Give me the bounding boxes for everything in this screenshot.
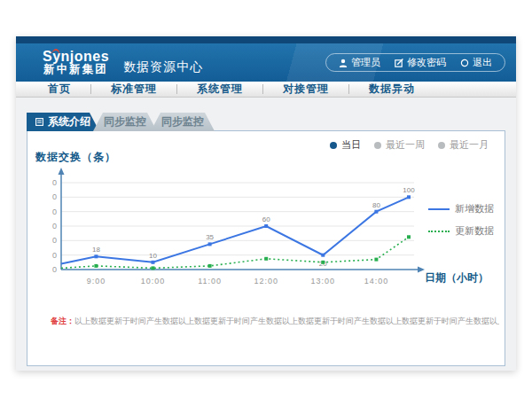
chart-legend: 新增数据 更新数据 [428, 202, 496, 246]
x-axis-title: 日期（小时） [425, 270, 489, 286]
user-toolbar: 管理员 修改密码 退出 [325, 53, 505, 72]
nav-item-standard-mgmt[interactable]: 标准管理 [91, 82, 176, 97]
svg-text:35: 35 [206, 233, 214, 241]
logout-label: 退出 [473, 56, 492, 69]
nav-item-system-mgmt[interactable]: 系统管理 [177, 82, 262, 97]
svg-text:60: 60 [52, 222, 57, 231]
content-area: 系统介绍 同步监控 同步监控 当日 最近一周 [16, 98, 516, 366]
footnote-text: 以上数据更新于时间产生数据以上数据更新于时间产生数据以上数据更新于时间产生数据以… [74, 317, 499, 325]
line-chart: 0204060801001209:0010:0011:0012:0013:001… [52, 165, 425, 298]
user-icon [339, 59, 348, 67]
power-icon [460, 59, 469, 67]
filter-label: 最近一月 [450, 138, 489, 152]
filter-today-radio[interactable]: 当日 [330, 138, 361, 152]
svg-text:40: 40 [52, 236, 57, 245]
svg-text:9:00: 9:00 [87, 277, 106, 286]
nav-item-interface-mgmt[interactable]: 对接管理 [263, 82, 348, 97]
footnote-prefix: 备注： [51, 317, 74, 325]
radio-dot-icon [330, 142, 337, 149]
filter-last-week-radio[interactable]: 最近一周 [374, 138, 425, 152]
header-top-strip [16, 36, 516, 43]
change-password-label: 修改密码 [407, 56, 446, 69]
svg-text:80: 80 [372, 201, 380, 209]
y-axis-title: 数据交换（条） [35, 150, 116, 165]
svg-text:18: 18 [92, 246, 100, 254]
svg-text:12:00: 12:00 [254, 277, 278, 286]
svg-text:14:00: 14:00 [364, 277, 389, 286]
svg-text:10: 10 [149, 252, 157, 260]
svg-text:120: 120 [52, 178, 57, 187]
tab-label: 同步监控 [104, 114, 146, 129]
logout-button[interactable]: 退出 [460, 56, 492, 69]
time-range-filters: 当日 最近一周 最近一月 [330, 138, 489, 152]
admin-user-button[interactable]: 管理员 [339, 56, 380, 69]
svg-text:100: 100 [52, 192, 57, 201]
nav-item-home[interactable]: 首页 [28, 82, 90, 97]
footnote: 备注：以上数据更新于时间产生数据以上数据更新于时间产生数据以上数据更新于时间产生… [51, 316, 499, 327]
nav-item-data-change[interactable]: 数据异动 [349, 82, 434, 97]
document-icon [35, 118, 43, 126]
dotted-line-sample-icon [428, 231, 450, 232]
filter-label: 当日 [341, 138, 361, 152]
tab-system-intro[interactable]: 系统介绍 [27, 113, 99, 131]
legend-label: 更新数据 [455, 224, 494, 238]
svg-text:11:00: 11:00 [198, 277, 222, 286]
legend-label: 新增数据 [455, 202, 494, 215]
tab-bar: 系统介绍 同步监控 同步监控 [27, 113, 505, 131]
legend-entry-new-data: 新增数据 [428, 202, 496, 215]
solid-line-sample-icon [428, 208, 450, 210]
edit-icon [395, 59, 403, 67]
svg-text:60: 60 [262, 215, 270, 223]
app-window: Synjones 新中新集团 数据资源中心 管理员 修改密码 [16, 36, 516, 371]
filter-label: 最近一周 [386, 138, 425, 152]
svg-text:100: 100 [403, 186, 415, 194]
legend-entry-updated-data: 更新数据 [428, 224, 496, 238]
filter-last-month-radio[interactable]: 最近一月 [438, 138, 489, 152]
tab-label: 系统介绍 [48, 114, 90, 129]
radio-dot-icon [374, 142, 381, 149]
main-nav: 首页 标准管理 系统管理 对接管理 数据异动 [16, 82, 516, 98]
tab-sync-monitor-1[interactable]: 同步监控 [93, 113, 157, 131]
chart-panel: 当日 最近一周 最近一月 数据交换（条） 0204060801001209:00… [27, 130, 505, 366]
admin-label: 管理员 [351, 56, 380, 69]
logo-text-cn: 新中新集团 [43, 64, 109, 76]
app-header: Synjones 新中新集团 数据资源中心 管理员 修改密码 [16, 43, 516, 82]
tab-sync-monitor-2[interactable]: 同步监控 [151, 113, 215, 131]
radio-dot-icon [438, 142, 445, 149]
company-logo: Synjones 新中新集团 [43, 49, 109, 76]
svg-text:0: 0 [52, 265, 57, 274]
svg-text:13:00: 13:00 [311, 277, 336, 286]
svg-text:10:00: 10:00 [141, 277, 166, 286]
tab-label: 同步监控 [161, 114, 204, 129]
svg-text:20: 20 [52, 251, 57, 260]
svg-text:80: 80 [52, 207, 57, 216]
change-password-button[interactable]: 修改密码 [395, 56, 446, 69]
page-title: 数据资源中心 [123, 59, 203, 75]
